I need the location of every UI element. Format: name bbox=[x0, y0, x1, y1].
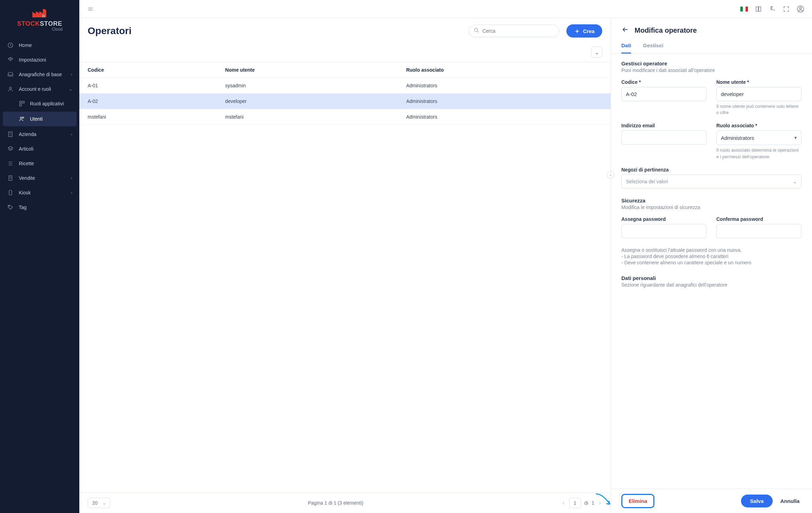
docs-icon[interactable] bbox=[755, 6, 762, 13]
sidebar-sub-label: Ruoli applicativi bbox=[30, 101, 64, 106]
sidebar-item-label: Kiosk bbox=[19, 190, 31, 195]
list-pane: Operatori ＋ Crea ⌄ Codice bbox=[79, 18, 611, 513]
cell-user: mstefani bbox=[217, 109, 398, 125]
pw-note: - La password deve possedere almeno 6 ca… bbox=[621, 254, 802, 259]
role-value: Administrators bbox=[721, 135, 754, 141]
username-hint: Il nome utente può contenere solo letter… bbox=[716, 103, 802, 116]
sidebar-item-settings[interactable]: Impostazioni bbox=[0, 53, 79, 67]
tablet-icon bbox=[7, 189, 14, 196]
next-page-button[interactable]: › bbox=[598, 499, 602, 507]
total-pages: 1 bbox=[592, 500, 595, 506]
page-size-select[interactable]: 20 ⌄ bbox=[88, 498, 110, 508]
chevron-down-icon: ⌄ bbox=[595, 49, 599, 56]
cancel-button[interactable]: Annulla bbox=[778, 495, 802, 507]
sidebar-item-label: Impostazioni bbox=[19, 57, 46, 63]
password-notes: Assegna o sostituisci l'attuale password… bbox=[621, 247, 802, 265]
profile-icon[interactable] bbox=[797, 5, 804, 13]
sidebar-sub-users[interactable]: Utenti bbox=[3, 112, 77, 126]
chevron-right-icon: › bbox=[71, 72, 72, 77]
sidebar-item-label: Account e ruoli bbox=[19, 86, 51, 92]
page-title: Operatori bbox=[88, 25, 132, 37]
svg-point-18 bbox=[475, 28, 478, 31]
pw-note: Assegna o sostituisci l'attuale password… bbox=[621, 247, 802, 253]
grid-icon bbox=[19, 100, 25, 107]
section-sub: Sezione riguardante dati anagrafici dell… bbox=[621, 282, 802, 288]
svg-point-0 bbox=[42, 15, 43, 16]
svg-point-11 bbox=[23, 117, 24, 118]
password-confirm-input[interactable] bbox=[716, 224, 802, 238]
detail-actions: Elimina Salva Annulla bbox=[611, 489, 812, 513]
sidebar-item-company[interactable]: Azienda › bbox=[0, 127, 79, 142]
language-flag[interactable] bbox=[740, 7, 748, 11]
stores-multiselect[interactable]: Seleziona dei valori ⌄ bbox=[621, 175, 802, 189]
cell-role: Administrators bbox=[398, 94, 611, 109]
sidebar-sub-roles[interactable]: Ruoli applicativi bbox=[0, 96, 79, 111]
layers-icon bbox=[7, 145, 14, 152]
cell-code: A-02 bbox=[79, 94, 217, 109]
create-button-label: Crea bbox=[583, 28, 595, 34]
sidebar-item-accounts[interactable]: Account e ruoli ⌄ bbox=[0, 82, 79, 96]
section-lead: Sicurezza bbox=[621, 198, 802, 203]
email-input[interactable] bbox=[621, 130, 707, 145]
hamburger-icon[interactable] bbox=[87, 6, 94, 13]
svg-point-1 bbox=[44, 15, 45, 16]
col-header-code[interactable]: Codice bbox=[79, 62, 217, 78]
section-sub: Puoi modificare i dati associati all'ope… bbox=[621, 67, 802, 73]
of-label: di bbox=[584, 500, 588, 506]
delete-button[interactable]: Elimina bbox=[621, 494, 654, 508]
page-size-value: 20 bbox=[92, 500, 98, 506]
role-select[interactable]: Administrators ▾ bbox=[716, 130, 802, 145]
topbar bbox=[79, 0, 812, 18]
chevron-down-icon: ⌄ bbox=[103, 501, 106, 505]
filter-dropdown-button[interactable]: ⌄ bbox=[591, 47, 602, 58]
home-icon bbox=[7, 42, 14, 49]
password-input[interactable] bbox=[621, 224, 707, 238]
gear-icon bbox=[7, 56, 14, 63]
tab-manage[interactable]: Gestisci bbox=[643, 42, 663, 53]
sidebar-item-articles[interactable]: Articoli bbox=[0, 142, 79, 156]
save-button[interactable]: Salva bbox=[741, 495, 773, 507]
col-header-role[interactable]: Ruolo associato bbox=[398, 62, 611, 78]
main-area: Operatori ＋ Crea ⌄ Codice bbox=[79, 0, 812, 513]
code-input[interactable] bbox=[621, 87, 707, 101]
sidebar-item-home[interactable]: Home bbox=[0, 38, 79, 53]
sidebar-item-recipes[interactable]: Ricette bbox=[0, 156, 79, 171]
sidebar-item-label: Home bbox=[19, 42, 32, 48]
fullscreen-icon[interactable] bbox=[783, 6, 790, 13]
plus-icon: ＋ bbox=[574, 28, 580, 34]
create-button[interactable]: ＋ Crea bbox=[566, 24, 602, 38]
cell-code: A-01 bbox=[79, 78, 217, 94]
svg-rect-14 bbox=[9, 190, 12, 195]
chevron-right-icon: › bbox=[71, 132, 72, 137]
pw-note: - Deve contenere almeno un carattere spe… bbox=[621, 260, 802, 265]
chevron-left-icon: ‹ bbox=[610, 173, 611, 177]
field-label-code: Codice bbox=[621, 79, 707, 85]
user-icon bbox=[7, 86, 14, 93]
back-button[interactable] bbox=[621, 26, 629, 35]
username-input[interactable] bbox=[716, 87, 802, 101]
sidebar-item-label: Ricette bbox=[19, 161, 34, 166]
sidebar-item-label: Anagrafiche di base bbox=[19, 72, 62, 77]
cell-role: Administrators bbox=[398, 78, 611, 94]
collapse-pane-button[interactable]: ‹ bbox=[607, 171, 614, 179]
prev-page-button[interactable]: ‹ bbox=[561, 499, 566, 507]
sidebar-item-label: Azienda bbox=[19, 131, 37, 137]
sidebar-item-label: Vendite bbox=[19, 175, 35, 181]
svg-rect-8 bbox=[23, 101, 24, 103]
sidebar-item-kiosk[interactable]: Kiosk › bbox=[0, 185, 79, 200]
main-nav: Home Impostazioni Anagrafiche di base › … bbox=[0, 36, 79, 217]
sidebar-item-sales[interactable]: Vendite › bbox=[0, 171, 79, 185]
current-page[interactable]: 1 bbox=[569, 498, 581, 508]
sidebar-item-tag[interactable]: Tag bbox=[0, 200, 79, 215]
sidebar-item-base-registries[interactable]: Anagrafiche di base › bbox=[0, 67, 79, 82]
search-input[interactable] bbox=[469, 25, 559, 37]
tab-data[interactable]: Dati bbox=[621, 42, 631, 53]
table-row[interactable]: mstefani mstefani Administrators bbox=[79, 109, 611, 125]
theme-icon[interactable] bbox=[769, 6, 776, 13]
table-row[interactable]: A-01 sysadmin Administrators bbox=[79, 78, 611, 94]
search-icon bbox=[474, 27, 479, 34]
table-row[interactable]: A-02 developer Administrators bbox=[79, 94, 611, 109]
svg-point-6 bbox=[9, 87, 11, 89]
col-header-user[interactable]: Nome utente bbox=[217, 62, 398, 78]
receipt-icon bbox=[7, 175, 14, 182]
